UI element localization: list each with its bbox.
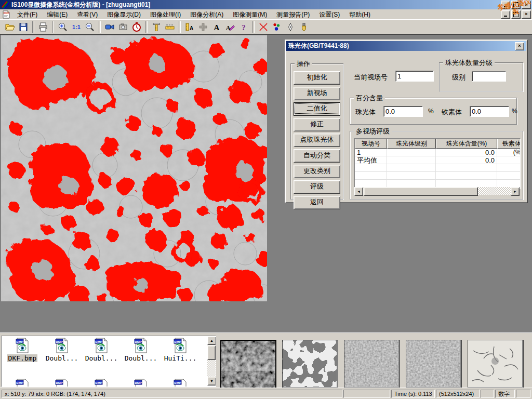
file-name[interactable]: HuiTi... <box>163 354 198 362</box>
svg-text:DOC: DOC <box>4 11 10 15</box>
classify-points-icon[interactable] <box>270 21 284 33</box>
status-time: Time (s): 0.113 <box>391 390 435 398</box>
file-name[interactable]: DKF.bmp <box>7 354 38 362</box>
svg-text:BMP: BMP <box>174 381 181 384</box>
camera-capture-icon[interactable] <box>116 21 130 33</box>
toolbar: 1:1 <box>0 20 532 34</box>
scrollbar-thumb[interactable] <box>364 187 478 196</box>
file-name[interactable]: Doubl... <box>84 354 119 362</box>
scroll-down-icon[interactable]: ▼ <box>207 377 216 385</box>
edit-annotation-icon[interactable]: A <box>223 21 237 33</box>
rating-table[interactable]: 视场号 珠光体级别 珠光体含量(%) 铁素体含量(%) 1 0.0 平均值 <box>354 138 521 189</box>
grading-group: 珠光体数量分级 级别 <box>439 62 523 91</box>
video-capture-icon[interactable] <box>103 21 116 33</box>
thumbnail-1[interactable] <box>220 340 276 389</box>
file-item[interactable]: BMP <box>121 379 161 387</box>
pick-tool-icon[interactable] <box>284 21 297 33</box>
scrollbar-thumb[interactable] <box>207 345 216 360</box>
help-icon[interactable]: ? <box>237 21 250 33</box>
caliper-vertical-icon[interactable] <box>150 21 163 33</box>
menu-help[interactable]: 帮助(H) <box>344 9 375 20</box>
binarize-button[interactable]: 二值化 <box>294 102 340 116</box>
file-item[interactable]: BMP HuiTi... <box>161 338 200 362</box>
file-item[interactable]: BMP Doubl... <box>121 338 161 362</box>
timer-icon[interactable] <box>130 21 143 33</box>
svg-text:BMP: BMP <box>56 340 62 343</box>
file-name[interactable]: Doubl... <box>45 354 79 362</box>
thumbnail-2[interactable] <box>282 340 338 389</box>
col-field-number: 视场号 <box>355 139 387 149</box>
minimize-button[interactable] <box>501 1 510 9</box>
level-input[interactable] <box>472 71 506 82</box>
brush-tool-icon[interactable] <box>297 21 311 33</box>
zoom-out-icon[interactable] <box>83 21 97 33</box>
current-field-label: 当前视场号 <box>354 73 388 82</box>
menu-file[interactable]: 文件(F) <box>12 9 42 20</box>
curve-tool-icon[interactable] <box>257 21 270 33</box>
child-restore-button[interactable] <box>511 10 521 19</box>
file-item[interactable]: BMP <box>3 379 42 387</box>
thumbnail-3[interactable] <box>344 340 400 389</box>
close-button[interactable]: × <box>522 1 531 9</box>
actual-size-icon[interactable]: 1:1 <box>70 21 83 33</box>
menu-image-processing[interactable]: 图像处理(I) <box>145 9 185 20</box>
grid-cross-icon[interactable] <box>196 21 210 33</box>
menu-settings[interactable]: 设置(S) <box>314 9 344 20</box>
ruler-horizontal-icon[interactable] <box>163 21 177 33</box>
file-item[interactable]: BMP <box>82 379 121 387</box>
auto-classify-button[interactable]: 自动分类 <box>294 149 340 163</box>
print-icon[interactable] <box>36 21 50 33</box>
file-list-scrollbar[interactable]: ▲ ▼ <box>207 336 216 385</box>
micrograph-image[interactable] <box>1 35 267 301</box>
scroll-right-icon[interactable]: ► <box>511 187 520 196</box>
change-class-button[interactable]: 更改类别 <box>294 165 340 178</box>
file-item[interactable]: BMP Doubl... <box>42 338 82 362</box>
return-button[interactable]: 返回 <box>294 196 340 209</box>
pick-pearlite-button[interactable]: 点取珠光体 <box>294 134 340 147</box>
file-row-2: BMP BMP BMP <box>3 379 200 387</box>
menu-view[interactable]: 查看(V) <box>72 9 102 20</box>
ferrite-percent-sign: % <box>512 108 517 115</box>
table-horizontal-scrollbar[interactable]: ◄ ► <box>354 187 520 195</box>
bmp-file-icon: BMP <box>174 379 187 387</box>
save-icon[interactable] <box>17 21 30 33</box>
menu-edit[interactable]: 编辑(E) <box>42 9 72 20</box>
zoom-in-icon[interactable] <box>56 21 70 33</box>
file-browser[interactable]: BMP DKF.bmp BMP <box>1 336 216 387</box>
menu-image-display[interactable]: 图像显示(D) <box>102 9 145 20</box>
bmp-file-icon: BMP <box>55 379 69 387</box>
init-button[interactable]: 初始化 <box>294 71 340 85</box>
restore-button[interactable] <box>511 1 521 9</box>
new-field-button[interactable]: 新视场 <box>294 87 340 100</box>
file-item[interactable]: BMP <box>42 379 82 387</box>
child-close-button[interactable]: × <box>522 10 531 19</box>
file-item[interactable]: BMP <box>161 379 200 387</box>
menu-image-measure[interactable]: 图像测量(M) <box>228 9 272 20</box>
child-minimize-button[interactable] <box>501 10 510 19</box>
scroll-up-icon[interactable]: ▲ <box>207 336 216 345</box>
dialog-title: 珠光体(GB/T9441-88) <box>288 42 514 50</box>
text-label-icon[interactable]: A <box>210 21 223 33</box>
dialog-close-icon[interactable]: × <box>515 42 524 50</box>
svg-text:A: A <box>190 25 193 31</box>
file-item[interactable]: BMP Doubl... <box>82 338 121 362</box>
scroll-left-icon[interactable]: ◄ <box>354 187 363 196</box>
operation-group-label: 操作 <box>295 59 312 69</box>
thumbnail-5[interactable] <box>468 340 524 389</box>
ferrite-input[interactable] <box>470 106 509 117</box>
menu-measure-report[interactable]: 测量报告(P) <box>272 9 314 20</box>
menu-image-analysis[interactable]: 图像分析(A) <box>185 9 228 20</box>
col-pearlite-level: 珠光体级别 <box>387 139 436 149</box>
pearlite-input[interactable] <box>383 106 423 117</box>
table-header-row: 视场号 珠光体级别 珠光体含量(%) 铁素体含量(%) <box>355 139 520 149</box>
correct-button[interactable]: 修正 <box>294 118 340 131</box>
table-row[interactable]: 平均值 0.0 <box>355 156 520 164</box>
file-item[interactable]: BMP DKF.bmp <box>3 338 42 362</box>
rate-button[interactable]: 评级 <box>294 180 340 194</box>
current-field-input[interactable] <box>395 71 434 82</box>
thumbnail-4[interactable] <box>406 340 462 389</box>
measure-text-icon[interactable]: A <box>183 21 196 33</box>
file-name[interactable]: Doubl... <box>124 354 158 362</box>
table-row[interactable]: 1 0.0 <box>355 149 520 156</box>
open-file-icon[interactable] <box>3 21 17 33</box>
